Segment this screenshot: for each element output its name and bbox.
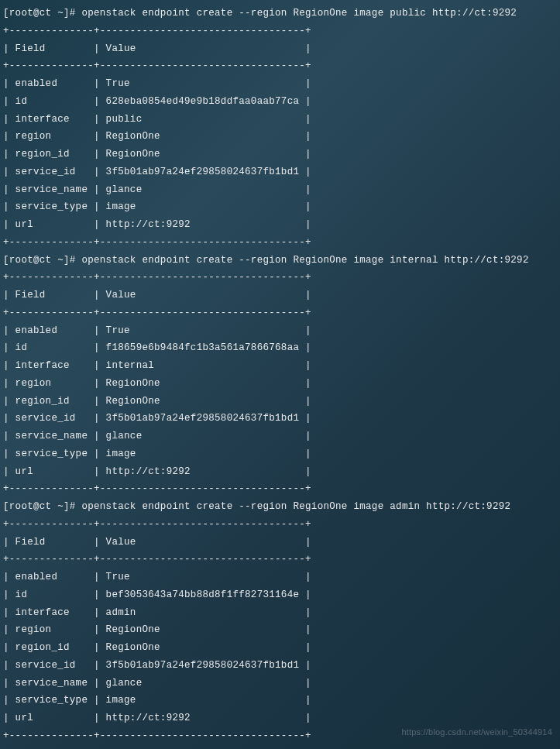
watermark-text: https://blog.csdn.net/weixin_50344914: [401, 724, 552, 740]
terminal-output: [root@ct ~]# openstack endpoint create -…: [3, 5, 557, 745]
